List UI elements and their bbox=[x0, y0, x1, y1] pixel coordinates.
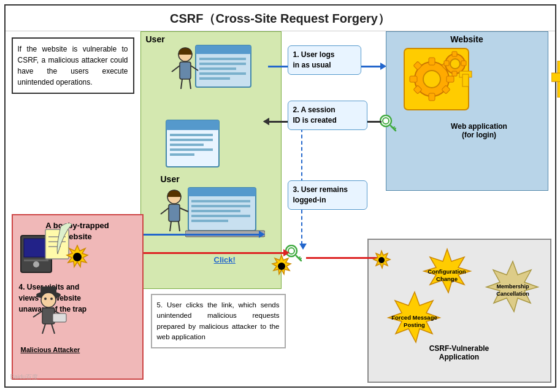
svg-rect-14 bbox=[188, 188, 256, 196]
web-app-gears-icon bbox=[401, 45, 475, 125]
forced-posting-text: Forced Message Posting bbox=[387, 314, 442, 329]
svg-rect-59 bbox=[166, 120, 219, 130]
click-link[interactable]: Click! bbox=[214, 254, 236, 265]
svg-point-39 bbox=[450, 59, 460, 69]
svg-rect-43 bbox=[461, 61, 466, 66]
svg-rect-63 bbox=[170, 148, 213, 151]
step5-text: 5. User clicks the link, which sends uni… bbox=[157, 301, 280, 340]
attacker-label: Malicious Attacker bbox=[21, 346, 80, 353]
step3-text: 3. User remains logged-in bbox=[293, 185, 348, 204]
membership-text: Membership Cancellation bbox=[487, 283, 539, 298]
svg-rect-32 bbox=[410, 76, 417, 82]
svg-line-24 bbox=[180, 208, 188, 212]
svg-rect-15 bbox=[191, 200, 250, 202]
svg-rect-45 bbox=[462, 74, 469, 86]
svg-rect-1 bbox=[196, 45, 251, 54]
membership-burst: Membership Cancellation bbox=[475, 260, 551, 321]
svg-rect-64 bbox=[170, 153, 194, 156]
step1-callout: 1. User logs in as usual bbox=[288, 45, 361, 75]
svg-rect-60 bbox=[170, 134, 213, 136]
svg-line-55 bbox=[300, 258, 301, 259]
bomb-icon bbox=[64, 244, 91, 271]
svg-rect-17 bbox=[191, 210, 240, 212]
page-title: CSRF（Cross-Site Request Forgery） bbox=[6, 6, 555, 31]
svg-rect-42 bbox=[444, 61, 449, 66]
svg-point-67 bbox=[33, 261, 39, 267]
session-key-icon bbox=[380, 115, 397, 132]
step5-callout: 5. User clicks the link, which sends uni… bbox=[151, 294, 286, 348]
svg-rect-3 bbox=[199, 63, 246, 65]
svg-line-49 bbox=[393, 127, 394, 128]
malicious-attacker-icon bbox=[27, 282, 70, 337]
svg-rect-30 bbox=[429, 58, 435, 65]
website-cross-icon bbox=[551, 61, 561, 98]
svg-rect-33 bbox=[447, 76, 454, 82]
step3-callout: 3. User remains logged-in bbox=[288, 180, 367, 210]
user-top-person-icon bbox=[169, 47, 202, 102]
svg-line-12 bbox=[190, 79, 191, 89]
svg-line-10 bbox=[191, 66, 198, 71]
svg-line-83 bbox=[42, 324, 45, 334]
website-label: Website bbox=[386, 32, 548, 47]
laptop-icon bbox=[185, 186, 265, 239]
svg-rect-40 bbox=[452, 52, 457, 56]
svg-line-54 bbox=[299, 257, 300, 258]
svg-point-90 bbox=[378, 257, 385, 263]
user-bottom-person-icon bbox=[158, 190, 191, 245]
svg-line-11 bbox=[181, 79, 182, 89]
arrow-to-csrf bbox=[306, 257, 380, 259]
web-app-label: Web application (for login) bbox=[398, 122, 561, 139]
svg-rect-22 bbox=[169, 204, 180, 221]
svg-point-77 bbox=[41, 293, 56, 307]
step2-text: 2. A session ID is created bbox=[293, 106, 337, 125]
svg-line-23 bbox=[161, 208, 169, 214]
svg-line-26 bbox=[178, 221, 180, 231]
svg-rect-62 bbox=[170, 144, 204, 146]
user-bottom-label: User bbox=[161, 174, 180, 184]
svg-point-78 bbox=[44, 298, 47, 300]
svg-rect-8 bbox=[180, 62, 191, 79]
svg-rect-92 bbox=[551, 73, 561, 82]
svg-rect-2 bbox=[199, 58, 246, 60]
step2-callout: 2. A session ID is created bbox=[288, 101, 367, 130]
svg-rect-41 bbox=[452, 71, 457, 76]
svg-point-29 bbox=[423, 71, 440, 88]
svg-point-47 bbox=[383, 118, 389, 124]
monitor-top-icon bbox=[194, 44, 256, 93]
info-text: If the website is vulnerable to CSRF, a … bbox=[18, 45, 128, 86]
svg-rect-18 bbox=[191, 215, 250, 217]
config-change-text: Configuration Change bbox=[423, 268, 472, 283]
svg-line-50 bbox=[394, 128, 396, 129]
info-box: If the website is vulnerable to CSRF, a … bbox=[12, 37, 134, 94]
document-icon bbox=[165, 119, 220, 168]
forced-posting-burst: Forced Message Posting bbox=[375, 291, 455, 352]
svg-rect-4 bbox=[199, 67, 236, 70]
svg-rect-6 bbox=[199, 77, 230, 80]
csrf-virus-icon bbox=[371, 250, 393, 271]
svg-rect-16 bbox=[191, 205, 250, 207]
svg-point-79 bbox=[50, 298, 53, 300]
svg-line-84 bbox=[52, 324, 55, 334]
svg-rect-85 bbox=[53, 313, 66, 322]
main-container: CSRF（Cross-Site Request Forgery） If the … bbox=[4, 4, 556, 388]
svg-line-81 bbox=[33, 311, 42, 317]
step1-text: 1. User logs in as usual bbox=[293, 50, 335, 69]
svg-point-74 bbox=[73, 253, 82, 261]
virus-click-icon bbox=[269, 254, 294, 279]
user-top-scene bbox=[164, 41, 268, 112]
svg-line-9 bbox=[172, 66, 180, 72]
svg-point-57 bbox=[278, 263, 285, 270]
arrow-booby-to-user bbox=[144, 234, 260, 236]
svg-rect-61 bbox=[170, 139, 213, 141]
svg-rect-31 bbox=[429, 93, 435, 101]
watermark: Baidu百度 bbox=[10, 373, 39, 382]
svg-line-25 bbox=[170, 221, 171, 231]
svg-rect-5 bbox=[199, 72, 246, 75]
user-bottom-scene: User bbox=[158, 183, 274, 257]
svg-rect-19 bbox=[191, 220, 228, 222]
